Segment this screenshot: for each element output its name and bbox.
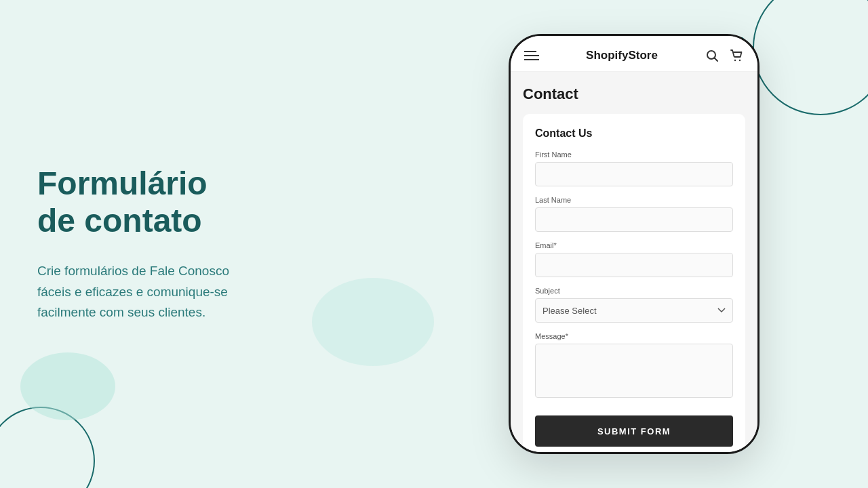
email-label: Email* (535, 241, 733, 249)
svg-line-1 (714, 58, 717, 62)
hamburger-menu-button[interactable] (524, 51, 539, 60)
phone-frame: ShopifyStore Contac (509, 34, 760, 454)
submit-form-button[interactable]: SUBMIT FORM (535, 415, 733, 447)
phone-body: Contact Contact Us First Name Last Name … (511, 72, 757, 452)
first-name-label: First Name (535, 150, 733, 159)
first-name-input[interactable] (535, 162, 733, 186)
last-name-input[interactable] (535, 207, 733, 232)
contact-page-heading: Contact (523, 85, 745, 103)
first-name-group: First Name (535, 150, 733, 186)
last-name-label: Last Name (535, 196, 733, 204)
message-group: Message* (535, 332, 733, 401)
phone-header: ShopifyStore (511, 36, 757, 72)
svg-point-2 (734, 60, 736, 61)
subject-select[interactable]: Please Select (535, 298, 733, 323)
form-title: Contact Us (535, 127, 733, 140)
email-input[interactable] (535, 253, 733, 277)
phone-mockup: ShopifyStore Contac (509, 34, 760, 454)
search-button[interactable] (705, 48, 719, 63)
decorative-blob-left (20, 352, 115, 420)
message-textarea[interactable] (535, 344, 733, 398)
header-icons (705, 48, 744, 63)
last-name-group: Last Name (535, 196, 733, 232)
main-title: Formulário de contato (37, 165, 229, 239)
subject-label: Subject (535, 287, 733, 295)
contact-form-card: Contact Us First Name Last Name Email* S… (523, 114, 745, 452)
decorative-blob-mid (312, 278, 434, 366)
subtitle-text: Crie formulários de Fale Conosco fáceis … (37, 262, 229, 323)
svg-point-3 (739, 60, 741, 61)
cart-button[interactable] (729, 48, 744, 63)
message-label: Message* (535, 332, 733, 340)
decorative-circle-top-right (753, 0, 868, 115)
subject-group: Subject Please Select (535, 287, 733, 323)
left-section: Formulário de contato Crie formulários d… (37, 165, 229, 323)
email-group: Email* (535, 241, 733, 277)
store-name: ShopifyStore (586, 49, 658, 62)
